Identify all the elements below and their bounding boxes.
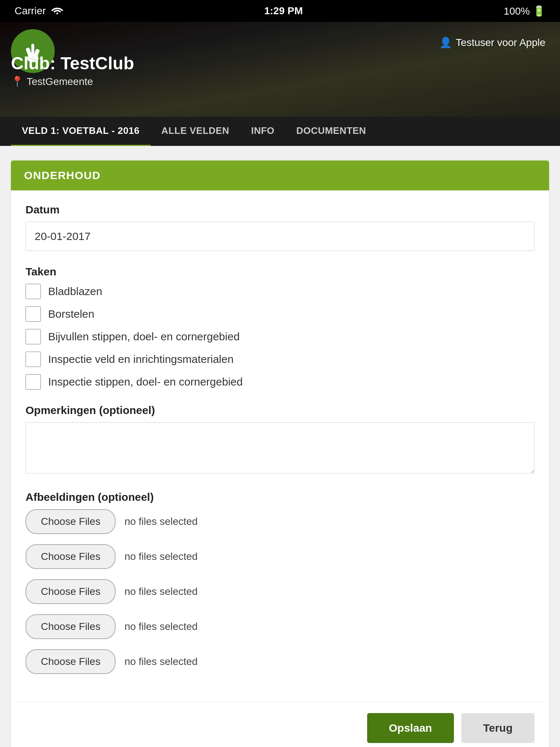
- afbeeldingen-group: Afbeeldingen (optioneel) Choose Files no…: [26, 491, 534, 674]
- bottom-actions: Opslaan Terug: [11, 702, 549, 747]
- checkbox-inspectiestip-label: Inspectie stippen, doel- en cornergebied: [48, 376, 243, 388]
- file-upload-row-3: Choose Files no files selected: [26, 579, 534, 604]
- datum-input[interactable]: [26, 222, 534, 251]
- checkbox-borstelen-input[interactable]: [26, 306, 41, 322]
- taken-label: Taken: [26, 266, 534, 278]
- checkbox-bladblazen-input[interactable]: [26, 284, 41, 299]
- section-title: ONDERHOUD: [24, 169, 536, 182]
- main-content: ONDERHOUD Datum Taken Bladblazen: [0, 146, 560, 747]
- choose-files-btn-3[interactable]: Choose Files: [26, 579, 116, 604]
- file-status-1: no files selected: [124, 516, 198, 527]
- card-body: Datum Taken Bladblazen Borstelen: [11, 190, 549, 702]
- taken-group: Taken Bladblazen Borstelen Bijvullen sti…: [26, 266, 534, 390]
- checkbox-borstelen-label: Borstelen: [48, 308, 94, 320]
- svg-point-0: [56, 13, 58, 15]
- file-status-3: no files selected: [124, 586, 198, 597]
- checkbox-inspectieveld-input[interactable]: [26, 352, 41, 367]
- file-upload-row-4: Choose Files no files selected: [26, 614, 534, 639]
- club-location: 📍 TestGemeente: [11, 76, 134, 88]
- file-upload-row-2: Choose Files no files selected: [26, 544, 534, 569]
- location-name: TestGemeente: [27, 76, 93, 88]
- choose-files-btn-5[interactable]: Choose Files: [26, 649, 116, 674]
- battery-label: 100%: [504, 5, 530, 17]
- checkbox-inspectiestip[interactable]: Inspectie stippen, doel- en cornergebied: [26, 374, 534, 390]
- tab-documenten[interactable]: DOCUMENTEN: [285, 117, 377, 146]
- checkbox-inspectiestip-input[interactable]: [26, 374, 41, 390]
- status-bar-right: 100% 🔋: [504, 5, 545, 17]
- user-icon: 👤: [439, 36, 452, 49]
- user-info: 👤 Testuser voor Apple: [439, 36, 545, 49]
- wifi-icon: [51, 5, 63, 17]
- tab-alle-velden[interactable]: ALLE VELDEN: [151, 117, 240, 146]
- checkbox-borstelen[interactable]: Borstelen: [26, 306, 534, 322]
- card-header: ONDERHOUD: [11, 160, 549, 190]
- tab-info[interactable]: INFO: [240, 117, 285, 146]
- checkbox-inspectieveld-label: Inspectie veld en inrichtingsmaterialen: [48, 353, 234, 365]
- file-status-2: no files selected: [124, 551, 198, 562]
- hero-banner: 👤 Testuser voor Apple Club: TestClub 📍 T…: [0, 22, 560, 117]
- choose-files-btn-2[interactable]: Choose Files: [26, 544, 116, 569]
- back-button[interactable]: Terug: [461, 713, 534, 743]
- onderhoud-card: ONDERHOUD Datum Taken Bladblazen: [11, 160, 549, 747]
- tab-veld[interactable]: VELD 1: VOETBAL - 2016: [11, 117, 151, 146]
- choose-files-btn-4[interactable]: Choose Files: [26, 614, 116, 639]
- save-button[interactable]: Opslaan: [367, 713, 454, 743]
- location-icon: 📍: [11, 76, 24, 88]
- opmerkingen-group: Opmerkingen (optioneel): [26, 404, 534, 476]
- file-upload-group: Choose Files no files selected Choose Fi…: [26, 509, 534, 674]
- afbeeldingen-label: Afbeeldingen (optioneel): [26, 491, 534, 503]
- status-bar-time: 1:29 PM: [264, 5, 303, 17]
- opmerkingen-textarea[interactable]: [26, 422, 534, 473]
- datum-group: Datum: [26, 204, 534, 251]
- status-bar-left: Carrier: [15, 5, 63, 17]
- file-status-5: no files selected: [124, 656, 198, 667]
- checkbox-bladblazen[interactable]: Bladblazen: [26, 284, 534, 299]
- checkbox-bijvullen[interactable]: Bijvullen stippen, doel- en cornergebied: [26, 329, 534, 344]
- status-bar: Carrier 1:29 PM 100% 🔋: [0, 0, 560, 22]
- file-upload-row-5: Choose Files no files selected: [26, 649, 534, 674]
- checkbox-bijvullen-input[interactable]: [26, 329, 41, 344]
- user-name: Testuser voor Apple: [456, 37, 545, 49]
- checkbox-bladblazen-label: Bladblazen: [48, 285, 102, 298]
- file-upload-row-1: Choose Files no files selected: [26, 509, 534, 534]
- datum-label: Datum: [26, 204, 534, 216]
- file-status-4: no files selected: [124, 621, 198, 632]
- carrier-label: Carrier: [15, 5, 46, 17]
- club-info: Club: TestClub 📍 TestGemeente: [11, 53, 134, 88]
- battery-icon: 🔋: [533, 5, 545, 17]
- checkbox-group: Bladblazen Borstelen Bijvullen stippen, …: [26, 284, 534, 390]
- opmerkingen-label: Opmerkingen (optioneel): [26, 404, 534, 417]
- club-name: Club: TestClub: [11, 53, 134, 73]
- checkbox-bijvullen-label: Bijvullen stippen, doel- en cornergebied: [48, 330, 240, 343]
- nav-tabs: VELD 1: VOETBAL - 2016 ALLE VELDEN INFO …: [0, 117, 560, 146]
- choose-files-btn-1[interactable]: Choose Files: [26, 509, 116, 534]
- checkbox-inspectieveld[interactable]: Inspectie veld en inrichtingsmaterialen: [26, 352, 534, 367]
